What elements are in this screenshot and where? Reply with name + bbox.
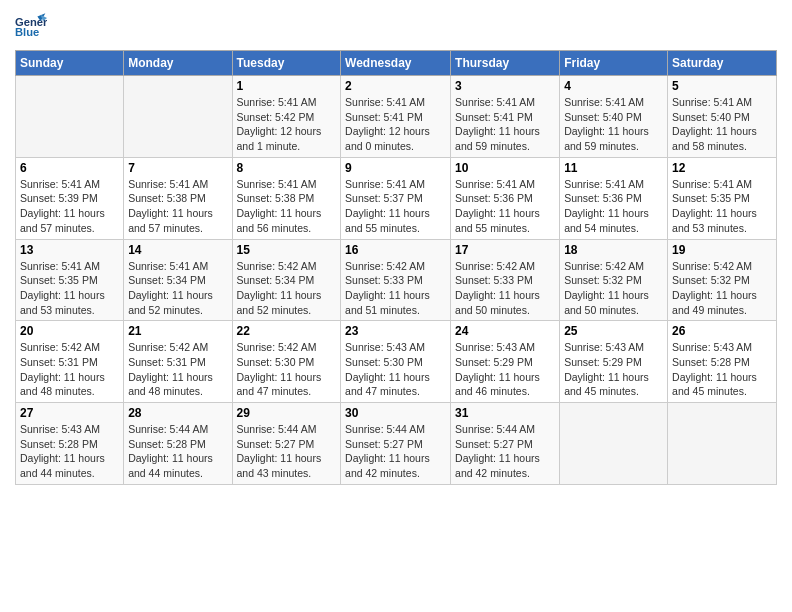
day-number: 11: [564, 161, 663, 175]
day-cell: 17Sunrise: 5:42 AM Sunset: 5:33 PM Dayli…: [451, 239, 560, 321]
day-info: Sunrise: 5:41 AM Sunset: 5:35 PM Dayligh…: [20, 259, 119, 318]
day-cell: 31Sunrise: 5:44 AM Sunset: 5:27 PM Dayli…: [451, 403, 560, 485]
day-number: 8: [237, 161, 337, 175]
day-cell: 1Sunrise: 5:41 AM Sunset: 5:42 PM Daylig…: [232, 76, 341, 158]
day-cell: 15Sunrise: 5:42 AM Sunset: 5:34 PM Dayli…: [232, 239, 341, 321]
day-cell: [16, 76, 124, 158]
day-info: Sunrise: 5:41 AM Sunset: 5:42 PM Dayligh…: [237, 95, 337, 154]
day-number: 19: [672, 243, 772, 257]
day-cell: 2Sunrise: 5:41 AM Sunset: 5:41 PM Daylig…: [341, 76, 451, 158]
day-cell: [668, 403, 777, 485]
day-info: Sunrise: 5:44 AM Sunset: 5:27 PM Dayligh…: [455, 422, 555, 481]
col-header-wednesday: Wednesday: [341, 51, 451, 76]
day-info: Sunrise: 5:41 AM Sunset: 5:38 PM Dayligh…: [237, 177, 337, 236]
day-cell: 11Sunrise: 5:41 AM Sunset: 5:36 PM Dayli…: [560, 157, 668, 239]
day-info: Sunrise: 5:42 AM Sunset: 5:33 PM Dayligh…: [345, 259, 446, 318]
day-number: 17: [455, 243, 555, 257]
day-number: 24: [455, 324, 555, 338]
day-cell: 30Sunrise: 5:44 AM Sunset: 5:27 PM Dayli…: [341, 403, 451, 485]
day-info: Sunrise: 5:43 AM Sunset: 5:30 PM Dayligh…: [345, 340, 446, 399]
logo: General Blue: [15, 10, 51, 42]
day-info: Sunrise: 5:43 AM Sunset: 5:29 PM Dayligh…: [455, 340, 555, 399]
calendar-table: SundayMondayTuesdayWednesdayThursdayFrid…: [15, 50, 777, 485]
day-cell: 16Sunrise: 5:42 AM Sunset: 5:33 PM Dayli…: [341, 239, 451, 321]
col-header-friday: Friday: [560, 51, 668, 76]
day-info: Sunrise: 5:42 AM Sunset: 5:31 PM Dayligh…: [128, 340, 227, 399]
day-number: 10: [455, 161, 555, 175]
week-row-4: 20Sunrise: 5:42 AM Sunset: 5:31 PM Dayli…: [16, 321, 777, 403]
col-header-saturday: Saturday: [668, 51, 777, 76]
day-number: 9: [345, 161, 446, 175]
day-info: Sunrise: 5:43 AM Sunset: 5:29 PM Dayligh…: [564, 340, 663, 399]
day-number: 13: [20, 243, 119, 257]
day-info: Sunrise: 5:42 AM Sunset: 5:34 PM Dayligh…: [237, 259, 337, 318]
day-cell: 29Sunrise: 5:44 AM Sunset: 5:27 PM Dayli…: [232, 403, 341, 485]
day-cell: 19Sunrise: 5:42 AM Sunset: 5:32 PM Dayli…: [668, 239, 777, 321]
day-cell: 6Sunrise: 5:41 AM Sunset: 5:39 PM Daylig…: [16, 157, 124, 239]
day-number: 27: [20, 406, 119, 420]
day-cell: 20Sunrise: 5:42 AM Sunset: 5:31 PM Dayli…: [16, 321, 124, 403]
day-number: 2: [345, 79, 446, 93]
day-number: 31: [455, 406, 555, 420]
day-cell: [124, 76, 232, 158]
day-info: Sunrise: 5:41 AM Sunset: 5:40 PM Dayligh…: [564, 95, 663, 154]
day-number: 23: [345, 324, 446, 338]
day-cell: 25Sunrise: 5:43 AM Sunset: 5:29 PM Dayli…: [560, 321, 668, 403]
day-cell: 18Sunrise: 5:42 AM Sunset: 5:32 PM Dayli…: [560, 239, 668, 321]
day-info: Sunrise: 5:41 AM Sunset: 5:39 PM Dayligh…: [20, 177, 119, 236]
day-number: 1: [237, 79, 337, 93]
day-number: 20: [20, 324, 119, 338]
day-info: Sunrise: 5:42 AM Sunset: 5:32 PM Dayligh…: [672, 259, 772, 318]
day-number: 30: [345, 406, 446, 420]
day-cell: 9Sunrise: 5:41 AM Sunset: 5:37 PM Daylig…: [341, 157, 451, 239]
day-info: Sunrise: 5:41 AM Sunset: 5:37 PM Dayligh…: [345, 177, 446, 236]
page-header: General Blue: [15, 10, 777, 42]
day-number: 5: [672, 79, 772, 93]
day-info: Sunrise: 5:42 AM Sunset: 5:31 PM Dayligh…: [20, 340, 119, 399]
day-number: 25: [564, 324, 663, 338]
day-info: Sunrise: 5:41 AM Sunset: 5:35 PM Dayligh…: [672, 177, 772, 236]
day-info: Sunrise: 5:42 AM Sunset: 5:30 PM Dayligh…: [237, 340, 337, 399]
week-row-5: 27Sunrise: 5:43 AM Sunset: 5:28 PM Dayli…: [16, 403, 777, 485]
day-number: 26: [672, 324, 772, 338]
header-row: SundayMondayTuesdayWednesdayThursdayFrid…: [16, 51, 777, 76]
day-number: 7: [128, 161, 227, 175]
day-info: Sunrise: 5:41 AM Sunset: 5:41 PM Dayligh…: [455, 95, 555, 154]
col-header-sunday: Sunday: [16, 51, 124, 76]
day-info: Sunrise: 5:42 AM Sunset: 5:32 PM Dayligh…: [564, 259, 663, 318]
day-info: Sunrise: 5:41 AM Sunset: 5:34 PM Dayligh…: [128, 259, 227, 318]
day-info: Sunrise: 5:42 AM Sunset: 5:33 PM Dayligh…: [455, 259, 555, 318]
day-cell: 14Sunrise: 5:41 AM Sunset: 5:34 PM Dayli…: [124, 239, 232, 321]
day-cell: 7Sunrise: 5:41 AM Sunset: 5:38 PM Daylig…: [124, 157, 232, 239]
day-number: 15: [237, 243, 337, 257]
col-header-monday: Monday: [124, 51, 232, 76]
day-info: Sunrise: 5:44 AM Sunset: 5:27 PM Dayligh…: [345, 422, 446, 481]
day-cell: 4Sunrise: 5:41 AM Sunset: 5:40 PM Daylig…: [560, 76, 668, 158]
week-row-3: 13Sunrise: 5:41 AM Sunset: 5:35 PM Dayli…: [16, 239, 777, 321]
day-info: Sunrise: 5:44 AM Sunset: 5:28 PM Dayligh…: [128, 422, 227, 481]
day-number: 14: [128, 243, 227, 257]
day-cell: 10Sunrise: 5:41 AM Sunset: 5:36 PM Dayli…: [451, 157, 560, 239]
week-row-2: 6Sunrise: 5:41 AM Sunset: 5:39 PM Daylig…: [16, 157, 777, 239]
day-cell: 3Sunrise: 5:41 AM Sunset: 5:41 PM Daylig…: [451, 76, 560, 158]
day-cell: 24Sunrise: 5:43 AM Sunset: 5:29 PM Dayli…: [451, 321, 560, 403]
day-cell: 28Sunrise: 5:44 AM Sunset: 5:28 PM Dayli…: [124, 403, 232, 485]
day-info: Sunrise: 5:41 AM Sunset: 5:41 PM Dayligh…: [345, 95, 446, 154]
day-number: 6: [20, 161, 119, 175]
day-number: 28: [128, 406, 227, 420]
day-number: 29: [237, 406, 337, 420]
day-number: 12: [672, 161, 772, 175]
day-cell: 23Sunrise: 5:43 AM Sunset: 5:30 PM Dayli…: [341, 321, 451, 403]
logo-icon: General Blue: [15, 10, 47, 42]
svg-text:Blue: Blue: [15, 26, 39, 38]
day-number: 4: [564, 79, 663, 93]
day-info: Sunrise: 5:43 AM Sunset: 5:28 PM Dayligh…: [672, 340, 772, 399]
col-header-tuesday: Tuesday: [232, 51, 341, 76]
day-cell: 8Sunrise: 5:41 AM Sunset: 5:38 PM Daylig…: [232, 157, 341, 239]
day-cell: 13Sunrise: 5:41 AM Sunset: 5:35 PM Dayli…: [16, 239, 124, 321]
day-number: 22: [237, 324, 337, 338]
day-cell: 22Sunrise: 5:42 AM Sunset: 5:30 PM Dayli…: [232, 321, 341, 403]
day-cell: 27Sunrise: 5:43 AM Sunset: 5:28 PM Dayli…: [16, 403, 124, 485]
day-number: 16: [345, 243, 446, 257]
day-cell: 21Sunrise: 5:42 AM Sunset: 5:31 PM Dayli…: [124, 321, 232, 403]
